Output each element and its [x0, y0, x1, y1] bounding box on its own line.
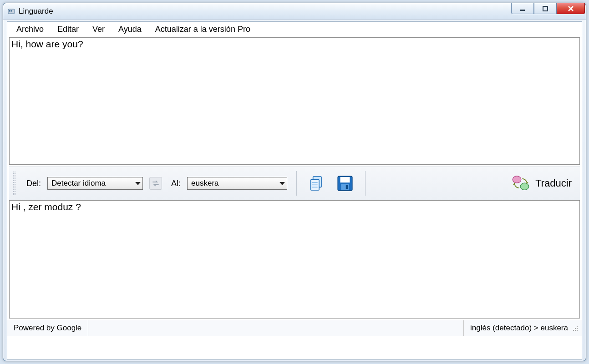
svg-rect-1 — [9, 10, 10, 11]
from-language-value: Detectar idioma — [51, 179, 106, 188]
menu-ver[interactable]: Ver — [92, 25, 105, 34]
source-textarea[interactable]: Hi, how are you? — [9, 37, 580, 165]
close-button[interactable] — [557, 3, 585, 14]
separator — [365, 171, 366, 196]
svg-point-18 — [577, 326, 578, 327]
client-area: Archivo Editar Ver Ayuda Actualizar a la… — [7, 21, 582, 360]
app-window: Linguarde Archivo Editar Ver Ayuda Actua… — [3, 3, 586, 361]
svg-rect-2 — [11, 10, 12, 11]
svg-point-20 — [577, 328, 578, 329]
target-textarea[interactable]: Hi , zer moduz ? — [9, 200, 580, 318]
svg-point-17 — [520, 183, 529, 190]
chevron-down-icon — [135, 182, 141, 185]
svg-rect-15 — [346, 185, 348, 189]
to-language-value: euskera — [191, 179, 218, 188]
window-title: Linguarde — [19, 7, 53, 16]
toolbar: Del: Detectar idioma Al: euskera — [9, 167, 580, 200]
to-label: Al: — [171, 179, 181, 188]
translate-button[interactable]: Traducir — [511, 174, 576, 192]
swap-languages-button[interactable] — [149, 177, 162, 190]
translate-icon — [511, 174, 531, 192]
svg-rect-3 — [9, 11, 10, 12]
status-powered-by: Powered by Google — [7, 320, 88, 336]
menu-upgrade[interactable]: Actualizar a la versión Pro — [155, 25, 250, 34]
maximize-button[interactable] — [534, 3, 557, 14]
copy-button[interactable] — [306, 172, 328, 194]
from-label: Del: — [26, 179, 41, 188]
svg-rect-5 — [520, 10, 525, 11]
svg-point-16 — [513, 176, 521, 183]
separator — [296, 171, 297, 196]
save-icon — [335, 174, 355, 193]
menu-ayuda[interactable]: Ayuda — [118, 25, 142, 34]
menubar: Archivo Editar Ver Ayuda Actualizar a la… — [7, 22, 582, 37]
toolbar-grip[interactable] — [13, 172, 15, 195]
svg-rect-4 — [11, 11, 12, 12]
translate-label: Traducir — [535, 177, 572, 189]
status-language-pair: inglés (detectado) > euskera — [470, 324, 568, 333]
statusbar: Powered by Google inglés (detectado) > e… — [7, 320, 582, 336]
copy-icon — [308, 174, 326, 192]
swap-icon — [152, 179, 160, 187]
resize-grip[interactable] — [572, 325, 578, 331]
svg-point-22 — [575, 330, 576, 331]
to-language-combo[interactable]: euskera — [187, 177, 287, 190]
window-controls — [511, 3, 585, 19]
svg-point-19 — [575, 328, 576, 329]
svg-rect-13 — [340, 177, 350, 182]
menu-archivo[interactable]: Archivo — [16, 25, 44, 34]
titlebar[interactable]: Linguarde — [3, 3, 586, 20]
svg-point-23 — [577, 330, 578, 331]
minimize-button[interactable] — [511, 3, 534, 14]
app-icon — [8, 8, 15, 15]
chevron-down-icon — [279, 182, 285, 185]
from-language-combo[interactable]: Detectar idioma — [47, 177, 143, 190]
menu-editar[interactable]: Editar — [57, 25, 79, 34]
svg-rect-6 — [543, 6, 548, 11]
svg-point-21 — [573, 330, 574, 331]
save-button[interactable] — [334, 172, 356, 194]
